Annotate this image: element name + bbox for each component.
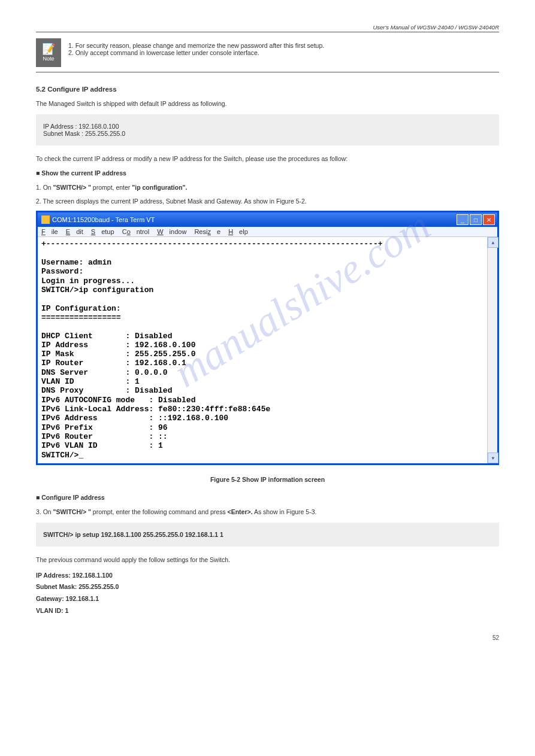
page: manualshive.com User's Manual of WGSW-24…: [36, 24, 499, 641]
command-line: SWITCH/> ip setup 192.168.1.100 255.255.…: [43, 531, 223, 538]
window-controls: _ □ ✕: [457, 214, 495, 225]
setting-vlan: VLAN ID: 1: [36, 606, 499, 617]
note-divider: [36, 72, 499, 72]
sub-heading-configure: ■ Configure IP address: [36, 493, 499, 503]
section-heading-ip: 5.2 Configure IP address: [36, 86, 499, 93]
terminal-content[interactable]: +---------------------------------------…: [38, 237, 487, 463]
terminal-menubar: FFileile Edit Setup Control Window Resiz…: [38, 227, 497, 237]
scroll-up-button[interactable]: ▲: [488, 237, 498, 248]
menu-file[interactable]: FFileile: [41, 228, 58, 235]
command-block: SWITCH/> ip setup 192.168.1.100 255.255.…: [36, 523, 499, 546]
step3-d: <Enter>.: [226, 508, 253, 515]
footer: 52: [36, 634, 499, 641]
menu-help[interactable]: Help: [228, 228, 248, 235]
maximize-button[interactable]: □: [470, 214, 482, 225]
header-title: User's Manual of WGSW-24040 / WGSW-24040…: [36, 24, 499, 31]
setting-ip: IP Address: 192.168.1.100: [36, 570, 499, 581]
terminal-body: +---------------------------------------…: [38, 237, 497, 463]
menu-setup[interactable]: Setup: [91, 228, 114, 235]
step3-a: 3. On: [36, 508, 52, 515]
note-line-2: 2. Only accept command in lowercase lett…: [68, 49, 324, 56]
note-line-1: 1. For security reason, please change an…: [68, 42, 324, 49]
para-apply: The previous command would apply the fol…: [36, 555, 499, 566]
step1-a: 1. On: [36, 184, 52, 191]
page-number: 52: [492, 634, 499, 641]
note-badge: 📝 Note: [36, 38, 61, 67]
terminal-title: COM1:115200baud - Tera Term VT: [52, 216, 155, 223]
defaults-block: IP Address : 192.168.0.100 Subnet Mask :…: [36, 114, 499, 145]
sub-heading-show: ■ Show the current IP address: [36, 168, 499, 179]
step3-b: "SWITCH/> ": [52, 508, 91, 515]
header-divider: [36, 32, 499, 32]
terminal-app-icon: [41, 215, 50, 224]
step3-e: As show in Figure 5-3.: [253, 508, 317, 515]
step1-c: prompt, enter: [91, 184, 130, 191]
menu-edit[interactable]: Edit: [66, 228, 83, 235]
terminal-titlebar: COM1:115200baud - Tera Term VT _ □ ✕: [38, 212, 497, 227]
minimize-button[interactable]: _: [457, 214, 468, 225]
step-2: 2. The screen displays the current IP ad…: [36, 196, 499, 207]
terminal-window: COM1:115200baud - Tera Term VT _ □ ✕ FFi…: [36, 211, 499, 465]
step1-b: "SWITCH/> ": [52, 184, 91, 191]
step1-d: "ip configuration".: [130, 184, 187, 191]
step-1: 1. On "SWITCH/> " prompt, enter "ip conf…: [36, 183, 499, 193]
step-3: 3. On "SWITCH/> " prompt, enter the foll…: [36, 507, 499, 518]
scroll-track[interactable]: [488, 248, 497, 453]
note-box: 📝 Note 1. For security reason, please ch…: [36, 38, 499, 67]
note-badge-label: Note: [43, 56, 54, 62]
step3-c: prompt, enter the following command and …: [91, 508, 226, 515]
menu-control[interactable]: Control: [122, 228, 149, 235]
scroll-down-button[interactable]: ▼: [488, 453, 498, 463]
setting-gateway: Gateway: 192.168.1.1: [36, 594, 499, 605]
default-ip-line: IP Address : 192.168.0.100: [43, 123, 492, 130]
para-check-modify: To check the current IP address or modif…: [36, 154, 499, 165]
note-text: 1. For security reason, please change an…: [68, 38, 324, 56]
para-defaults-intro: The Managed Switch is shipped with defau…: [36, 99, 499, 110]
default-mask-line: Subnet Mask : 255.255.255.0: [43, 130, 492, 137]
setting-mask: Subnet Mask: 255.255.255.0: [36, 582, 499, 593]
figure-5-2-caption: Figure 5-2 Show IP information screen: [36, 476, 499, 483]
note-icon: 📝: [42, 44, 55, 54]
close-button[interactable]: ✕: [483, 214, 495, 225]
menu-window[interactable]: Window: [157, 228, 186, 235]
menu-resize[interactable]: Resize: [194, 228, 220, 235]
terminal-scrollbar[interactable]: ▲ ▼: [487, 237, 497, 463]
